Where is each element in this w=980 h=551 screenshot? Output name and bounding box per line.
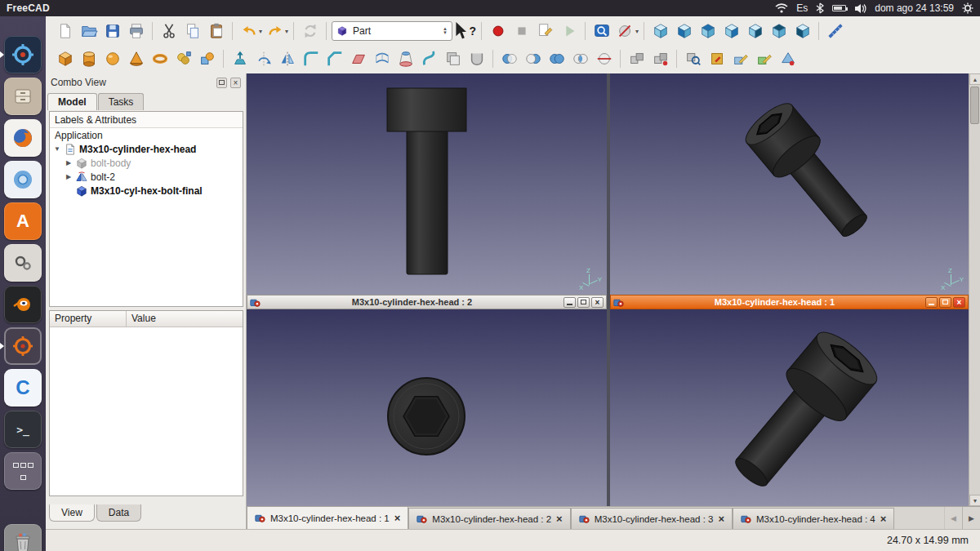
print-icon[interactable] bbox=[125, 20, 147, 42]
launcher-files-icon[interactable] bbox=[4, 78, 42, 115]
part-section-icon[interactable] bbox=[593, 48, 615, 70]
document-tab-4[interactable]: M3x10-cylinder-hex-head : 4 × bbox=[733, 508, 894, 529]
draw-style-icon[interactable] bbox=[614, 20, 636, 42]
subwindow-titlebar-active[interactable]: M3x10-cylinder-hex-head : 1 × bbox=[610, 295, 969, 309]
session-gear-icon[interactable] bbox=[962, 2, 973, 15]
battery-icon[interactable] bbox=[832, 5, 846, 11]
macro-execute-icon[interactable] bbox=[558, 20, 580, 42]
part-shapebuilder-icon[interactable] bbox=[196, 48, 218, 70]
save-document-icon[interactable] bbox=[101, 20, 123, 42]
document-tab-2[interactable]: M3x10-cylinder-hex-head : 2 × bbox=[408, 508, 570, 529]
tab-model[interactable]: Model bbox=[47, 93, 97, 110]
part-box-icon[interactable] bbox=[54, 48, 76, 70]
part-loft-icon[interactable] bbox=[394, 48, 416, 70]
panel-float-icon[interactable] bbox=[216, 78, 227, 88]
view-bottom-icon[interactable] bbox=[768, 20, 790, 42]
new-document-icon[interactable] bbox=[54, 20, 76, 42]
part-sphere-icon[interactable] bbox=[101, 48, 123, 70]
restore-icon[interactable] bbox=[939, 297, 951, 308]
expander-icon[interactable]: ▶ bbox=[65, 173, 73, 180]
redo-icon[interactable] bbox=[264, 20, 286, 42]
part-check-geometry-icon[interactable] bbox=[682, 48, 704, 70]
part-compound-icon[interactable] bbox=[626, 48, 648, 70]
part-boolean-icon[interactable] bbox=[498, 48, 520, 70]
tree-item-final-bolt[interactable]: M3x10-cyl-hex-bolt-final bbox=[50, 184, 243, 198]
part-revolve-icon[interactable] bbox=[252, 48, 274, 70]
close-icon[interactable]: × bbox=[591, 297, 604, 308]
expander-icon[interactable]: ▼ bbox=[53, 145, 61, 153]
cut-icon[interactable] bbox=[158, 20, 180, 42]
mdi-scrollbar[interactable]: ▲ ▼ bbox=[969, 73, 980, 506]
measure-distance-icon[interactable] bbox=[824, 20, 846, 42]
open-folder-icon[interactable] bbox=[78, 20, 100, 42]
minimize-icon[interactable] bbox=[925, 297, 938, 308]
expander-icon[interactable]: ▶ bbox=[65, 159, 73, 167]
part-edit-attachment-icon[interactable] bbox=[729, 48, 751, 70]
launcher-freecad-config-icon[interactable] bbox=[4, 327, 42, 365]
viewport-splitter[interactable] bbox=[607, 73, 610, 506]
part-common-icon[interactable] bbox=[569, 48, 591, 70]
tree-root-application[interactable]: Application bbox=[50, 128, 243, 142]
bluetooth-icon[interactable] bbox=[816, 2, 824, 15]
tree-item-bolt-body[interactable]: ▶ bolt-body bbox=[50, 156, 243, 170]
part-refine-shape-icon[interactable] bbox=[777, 48, 799, 70]
tab-close-icon[interactable]: × bbox=[880, 514, 887, 523]
tree-item-bolt-2[interactable]: ▶ bolt-2 bbox=[50, 170, 243, 184]
draw-style-dropdown-icon[interactable]: ▾ bbox=[635, 28, 639, 35]
tree-item-document[interactable]: ▼ M3x10-cylinder-hex-head bbox=[50, 142, 243, 156]
part-primitives-icon[interactable] bbox=[172, 48, 194, 70]
scroll-down-icon[interactable]: ▼ bbox=[969, 495, 980, 506]
macro-record-icon[interactable] bbox=[487, 20, 509, 42]
part-cylinder-icon[interactable] bbox=[78, 48, 100, 70]
scrollbar-thumb[interactable] bbox=[970, 87, 979, 124]
tab-data[interactable]: Data bbox=[96, 504, 141, 522]
launcher-freecad-icon[interactable] bbox=[4, 36, 42, 73]
wifi-icon[interactable] bbox=[775, 2, 788, 15]
view-left-icon[interactable] bbox=[791, 20, 813, 42]
launcher-terminal-icon[interactable]: >_ bbox=[4, 411, 42, 448]
view-front-icon[interactable] bbox=[673, 20, 695, 42]
launcher-trash-icon[interactable] bbox=[4, 524, 42, 551]
redo-dropdown-icon[interactable]: ▾ bbox=[285, 28, 288, 35]
workbench-selector[interactable]: Part ▲▼ bbox=[332, 21, 452, 41]
launcher-firefox-icon[interactable] bbox=[4, 119, 42, 157]
part-mirror-icon[interactable] bbox=[276, 48, 298, 70]
part-cut-icon[interactable] bbox=[522, 48, 544, 70]
undo-dropdown-icon[interactable]: ▾ bbox=[259, 28, 262, 35]
close-icon[interactable]: × bbox=[953, 297, 965, 308]
part-extrude-icon[interactable] bbox=[229, 48, 251, 70]
clock[interactable]: dom ago 24 13:59 bbox=[875, 2, 954, 14]
tab-scroll-left-icon[interactable]: ◀ bbox=[944, 507, 962, 529]
part-cone-icon[interactable] bbox=[125, 48, 147, 70]
value-column-header[interactable]: Value bbox=[127, 311, 161, 327]
undo-icon[interactable] bbox=[238, 20, 260, 42]
macro-edit-icon[interactable] bbox=[534, 20, 556, 42]
view-right-icon[interactable] bbox=[720, 20, 742, 42]
tab-tasks[interactable]: Tasks bbox=[98, 93, 145, 110]
scroll-up-icon[interactable]: ▲ bbox=[969, 73, 980, 85]
viewport-isometric-1[interactable]: ZYX bbox=[610, 73, 969, 295]
view-rear-icon[interactable] bbox=[744, 20, 766, 42]
view-top-icon[interactable] bbox=[697, 20, 719, 42]
macro-stop-icon[interactable] bbox=[510, 20, 532, 42]
part-compound-filter-icon[interactable] bbox=[649, 48, 671, 70]
paste-icon[interactable] bbox=[205, 20, 227, 42]
part-thickness-icon[interactable] bbox=[466, 48, 488, 70]
launcher-blender-icon[interactable] bbox=[4, 286, 42, 323]
launcher-chromium-icon[interactable] bbox=[4, 161, 42, 198]
refresh-icon[interactable] bbox=[299, 20, 321, 42]
part-ruled-surface-icon[interactable] bbox=[371, 48, 393, 70]
part-chamfer-icon[interactable] bbox=[323, 48, 345, 70]
part-makeface-icon[interactable] bbox=[347, 48, 369, 70]
part-color-per-face-icon[interactable] bbox=[753, 48, 775, 70]
part-defeaturing-icon[interactable] bbox=[706, 48, 728, 70]
document-tab-3[interactable]: M3x10-cylinder-hex-head : 3 × bbox=[571, 508, 733, 529]
document-tab-1[interactable]: M3x10-cylinder-hex-head : 1 × bbox=[247, 506, 408, 529]
part-torus-icon[interactable] bbox=[149, 48, 171, 70]
viewport-isometric-2[interactable] bbox=[610, 309, 969, 506]
minimize-icon[interactable] bbox=[564, 297, 576, 308]
combo-spin-icon[interactable]: ▲▼ bbox=[443, 27, 448, 35]
launcher-c-app-icon[interactable]: C bbox=[4, 369, 42, 407]
tab-close-icon[interactable]: × bbox=[394, 513, 401, 522]
launcher-workspace-switcher-icon[interactable] bbox=[4, 452, 42, 490]
